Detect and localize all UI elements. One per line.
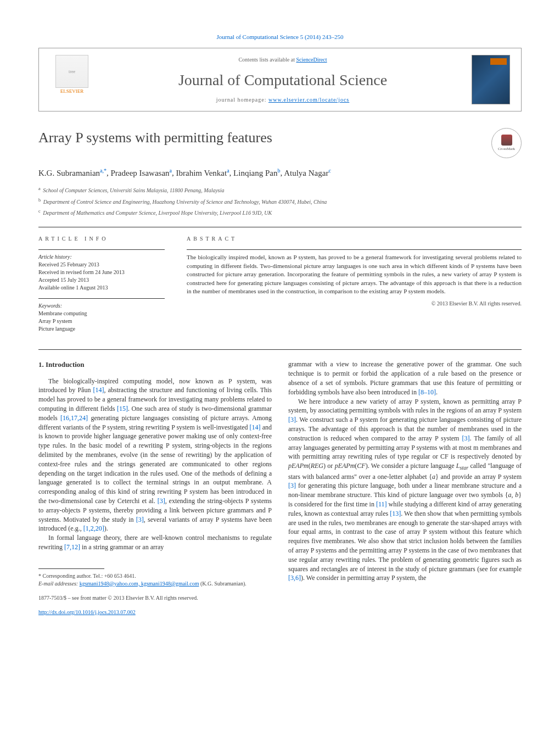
email-link[interactable]: kgsmani1948@yahoo.com, kgsmani1948@gmail…: [80, 581, 199, 587]
corresponding-text: Corresponding author. Tel.: +60 653 4641…: [43, 573, 136, 579]
abstract-text: The biologically inspired model, known a…: [187, 253, 522, 295]
email-owner: (K.G. Subramanian).: [200, 581, 247, 587]
section-divider: [38, 349, 522, 350]
email-footnote: E-mail addresses: kgsmani1948@yahoo.com,…: [38, 580, 272, 588]
article-info: article info Article history: Received 2…: [38, 235, 165, 339]
journal-homepage: journal homepage: www.elsevier.com/locat…: [94, 96, 472, 104]
article-info-heading: article info: [38, 235, 165, 243]
elsevier-tree-icon: tree: [55, 55, 88, 88]
footnote-separator: [38, 568, 104, 569]
affiliation: b Department of Control Science and Engi…: [38, 197, 522, 206]
history-line: Received in revised form 24 June 2013: [38, 269, 165, 276]
affiliations: a School of Computer Sciences, Universit…: [38, 186, 522, 217]
journal-title: Journal of Computational Science: [94, 69, 472, 91]
section-title: Introduction: [46, 360, 85, 369]
history-line: Received 25 February 2013: [38, 261, 165, 269]
affiliation: a School of Computer Sciences, Universit…: [38, 186, 522, 194]
contents-prefix: Contents lists available at: [238, 57, 296, 63]
history-label: Article history:: [38, 253, 165, 261]
crossmark-badge[interactable]: CrossMark: [491, 128, 522, 158]
issn-copyright-line: 1877-7503/$ – see front matter © 2013 El…: [38, 594, 272, 602]
header-center: Contents lists available at ScienceDirec…: [94, 56, 472, 104]
body-columns: 1. Introduction The biologically-inspire…: [38, 360, 522, 616]
crossmark-icon: [501, 135, 512, 146]
journal-header: tree ELSEVIER Contents lists available a…: [38, 48, 522, 111]
history-line: Accepted 15 July 2013: [38, 276, 165, 284]
info-and-abstract: article info Article history: Received 2…: [38, 235, 522, 339]
email-label: E-mail addresses:: [38, 581, 78, 587]
paragraph: The biologically-inspired computing mode…: [38, 377, 272, 534]
paragraph: In formal language theory, there are wel…: [38, 533, 272, 552]
doi-link-line: http://dx.doi.org/10.1016/j.jocs.2013.07…: [38, 609, 272, 616]
divider: [38, 227, 522, 227]
journal-cover-thumbnail: [472, 55, 510, 104]
doi-link[interactable]: http://dx.doi.org/10.1016/j.jocs.2013.07…: [38, 609, 136, 615]
keyword: Picture language: [38, 325, 165, 333]
keyword: Array P system: [38, 317, 165, 325]
keywords-block: Keywords: Membrane computing Array P sys…: [38, 298, 165, 333]
crossmark-label: CrossMark: [498, 147, 515, 152]
contents-available: Contents lists available at ScienceDirec…: [94, 56, 472, 64]
corresponding-author-footnote: * Corresponding author. Tel.: +60 653 46…: [38, 572, 272, 580]
left-column: 1. Introduction The biologically-inspire…: [38, 360, 272, 616]
homepage-prefix: journal homepage:: [216, 97, 268, 103]
article-history: Article history: Received 25 February 20…: [38, 249, 165, 292]
section-heading: 1. Introduction: [38, 360, 272, 370]
history-line: Available online 1 August 2013: [38, 284, 165, 292]
affiliation: c Department of Mathematics and Computer…: [38, 208, 522, 217]
article-title: Array P systems with permitting features: [38, 128, 272, 148]
title-row: Array P systems with permitting features…: [38, 128, 522, 158]
abstract-heading: abstract: [187, 235, 522, 243]
authors: K.G. Subramaniana,*, Pradeep Isawasana, …: [38, 167, 522, 179]
publisher-logo: tree ELSEVIER: [50, 55, 94, 104]
paragraph: We here introduce a new variety of array…: [288, 397, 522, 583]
abstract: abstract The biologically inspired model…: [187, 235, 522, 339]
homepage-link[interactable]: www.elsevier.com/locate/jocs: [268, 97, 349, 103]
paragraph: grammar with a view to increase the gene…: [288, 360, 522, 397]
publisher-name: ELSEVIER: [60, 88, 84, 95]
sciencedirect-link[interactable]: ScienceDirect: [296, 57, 327, 63]
abstract-copyright: © 2013 Elsevier B.V. All rights reserved…: [187, 300, 522, 308]
top-citation: Journal of Computational Science 5 (2014…: [38, 33, 522, 41]
section-number: 1.: [38, 360, 44, 369]
keyword: Membrane computing: [38, 310, 165, 317]
right-column: grammar with a view to increase the gene…: [288, 360, 522, 616]
keywords-label: Keywords:: [38, 302, 165, 310]
page: Journal of Computational Science 5 (2014…: [0, 0, 560, 638]
